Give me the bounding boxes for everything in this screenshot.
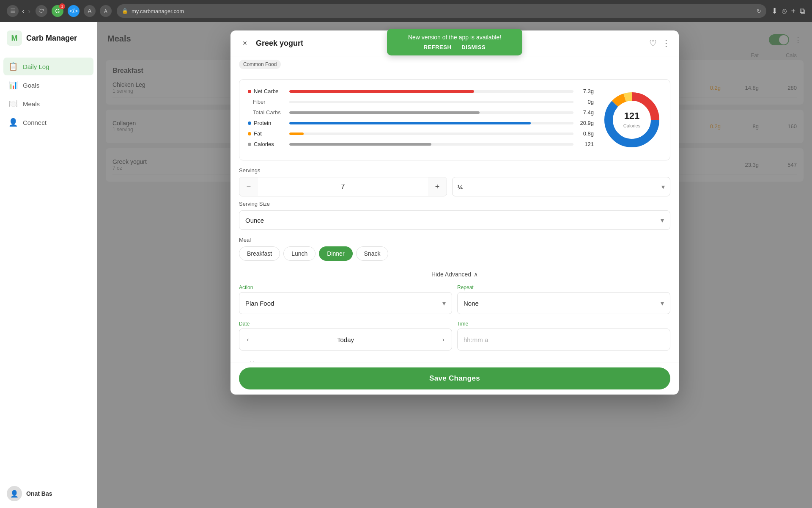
sidebar-item-connect[interactable]: 👤 Connect	[3, 113, 93, 131]
modal-close-btn[interactable]: ×	[239, 37, 251, 49]
sidebar-logo: M Carb Manager	[0, 22, 97, 54]
fat-dot	[248, 132, 251, 135]
sidebar-item-meals-label: Meals	[23, 100, 40, 108]
nutrition-fiber-row: Fiber 0g	[248, 99, 594, 105]
nutrition-calories-row: Calories 121	[248, 141, 594, 147]
toast-dismiss-btn[interactable]: DISMISS	[461, 44, 486, 50]
sidebar-nav: 📋 Daily Log 📊 Goals 🍽️ Meals 👤 Connect	[0, 54, 97, 135]
calories-val: 121	[577, 141, 594, 147]
donut-calories-value: 121	[623, 110, 640, 121]
repeat-box[interactable]: None ▾	[457, 292, 670, 314]
back-btn[interactable]: ‹	[22, 7, 25, 16]
hide-advanced-toggle[interactable]: Hide Advanced ∧	[230, 268, 679, 284]
share-icon[interactable]: ⎋	[782, 7, 787, 16]
sidebar: M Carb Manager 📋 Daily Log 📊 Goals 🍽️ Me…	[0, 22, 97, 508]
meal-dinner-pill[interactable]: Dinner	[319, 246, 352, 261]
nutrition-protein-row: Protein 20.9g	[248, 120, 594, 126]
serving-size-value: Ounce	[245, 217, 264, 224]
time-box[interactable]: hh:mm a	[457, 329, 670, 351]
sidebar-item-meals[interactable]: 🍽️ Meals	[3, 95, 93, 113]
nutrition-facts-label: Nutrition Facts	[230, 357, 679, 362]
action-box[interactable]: Plan Food ▾	[239, 292, 452, 314]
meal-pills: Breakfast Lunch Dinner Snack	[239, 246, 670, 261]
user-name: Onat Bas	[26, 490, 52, 497]
net-carbs-dot	[248, 90, 251, 93]
main-content: Meals ⋮ Fat Cals Breakfast Chicken Leg	[97, 22, 812, 508]
url-text: my.carbmanager.com	[132, 8, 184, 14]
modal-overlay: New version of the app is available! REF…	[97, 22, 812, 508]
toast-message: New version of the app is available!	[395, 34, 514, 41]
chevron-up-icon: ∧	[474, 271, 478, 278]
meal-section: Meal Breakfast Lunch Dinner Snack	[230, 237, 679, 268]
servings-label: Servings	[239, 167, 670, 174]
time-field: Time hh:mm a	[457, 321, 670, 351]
sidebar-item-daily-log-label: Daily Log	[23, 63, 49, 70]
quantity-minus-btn[interactable]: −	[239, 177, 258, 196]
modal-header-actions: ♡ ⋮	[649, 38, 670, 48]
browser-nav-controls: ☰ ‹ ›	[7, 5, 30, 17]
date-prev-btn[interactable]: ‹	[239, 329, 256, 350]
date-label: Date	[239, 321, 452, 327]
total-carbs-bar-track	[289, 111, 573, 114]
meal-breakfast-pill[interactable]: Breakfast	[239, 246, 280, 261]
nutrition-total-carbs-row: Total Carbs 7.4g	[248, 109, 594, 116]
more-btn[interactable]: ⋮	[662, 38, 670, 48]
browser-chrome: ☰ ‹ › 🛡 G 1 </> A A 🔒 my.carbmanager.com…	[0, 0, 812, 22]
date-next-btn[interactable]: ›	[435, 329, 452, 350]
reload-btn[interactable]: ↻	[757, 8, 761, 14]
calories-bar	[289, 143, 431, 146]
protein-text: Protein	[254, 120, 271, 126]
quantity-plus-btn[interactable]: +	[428, 177, 447, 196]
net-carbs-label: Net Carbs	[248, 88, 286, 94]
unit-value: ¼	[458, 183, 463, 190]
toast-refresh-btn[interactable]: REFRESH	[424, 44, 452, 50]
grammarly-icon[interactable]: G 1	[52, 5, 63, 17]
total-carbs-bar	[289, 111, 480, 114]
modal-footer: Save Changes	[230, 362, 679, 395]
food-detail-modal: × Greek yogurt ♡ ⋮ Common Food	[230, 30, 679, 395]
app-container: M Carb Manager 📋 Daily Log 📊 Goals 🍽️ Me…	[0, 22, 812, 508]
goals-icon: 📊	[8, 80, 18, 90]
heart-btn[interactable]: ♡	[649, 38, 657, 48]
protein-val: 20.9g	[577, 120, 594, 126]
meal-lunch-pill[interactable]: Lunch	[283, 246, 315, 261]
code-icon[interactable]: </>	[68, 5, 80, 17]
save-changes-btn[interactable]: Save Changes	[239, 367, 670, 389]
font-a-icon[interactable]: A	[84, 5, 96, 17]
sidebar-item-connect-label: Connect	[23, 119, 47, 126]
browser-right-icons: ⬇ ⎋ + ⧉	[771, 6, 805, 16]
date-field: Date ‹ Today ›	[239, 321, 452, 351]
protein-bar	[289, 122, 531, 124]
net-carbs-bar	[289, 90, 474, 93]
new-tab-icon[interactable]: +	[791, 7, 796, 16]
user-avatar: 👤	[7, 486, 22, 501]
protein-label: Protein	[248, 120, 286, 126]
servings-row: − 7 + ¼ ▾	[239, 177, 670, 196]
serving-size-box[interactable]: Ounce ▾	[239, 210, 670, 230]
nutrition-fat-row: Fat 0.8g	[248, 130, 594, 137]
unit-select[interactable]: ¼ ▾	[452, 177, 670, 196]
sidebar-toggle-btn[interactable]: ☰	[7, 5, 19, 17]
meal-snack-pill[interactable]: Snack	[356, 246, 389, 261]
shield-icon[interactable]: 🛡	[36, 5, 47, 17]
net-carbs-text: Net Carbs	[254, 88, 279, 94]
meals-icon: 🍽️	[8, 99, 18, 108]
browser-extension-icons: 🛡 G 1 </> A A	[36, 5, 112, 17]
nutrition-net-carbs-row: Net Carbs 7.3g	[248, 88, 594, 94]
fiber-label: Fiber	[248, 99, 286, 105]
sidebar-item-daily-log[interactable]: 📋 Daily Log	[3, 58, 93, 75]
donut-label: 121 Calories	[623, 110, 640, 129]
hide-advanced-label: Hide Advanced	[431, 271, 471, 278]
forward-btn[interactable]: ›	[28, 7, 30, 16]
download-icon[interactable]: ⬇	[771, 6, 778, 16]
address-bar[interactable]: 🔒 my.carbmanager.com ↻	[117, 4, 766, 18]
quantity-control: − 7 +	[239, 177, 447, 196]
servings-section: Servings − 7 + ¼ ▾	[230, 167, 679, 237]
tabs-icon[interactable]: ⧉	[800, 7, 805, 16]
common-food-badge: Common Food	[239, 60, 281, 69]
font-a2-icon[interactable]: A	[100, 5, 112, 17]
lock-icon: 🔒	[122, 8, 128, 14]
fat-val: 0.8g	[577, 130, 594, 137]
sidebar-item-goals[interactable]: 📊 Goals	[3, 76, 93, 94]
repeat-field: Repeat None ▾	[457, 284, 670, 314]
